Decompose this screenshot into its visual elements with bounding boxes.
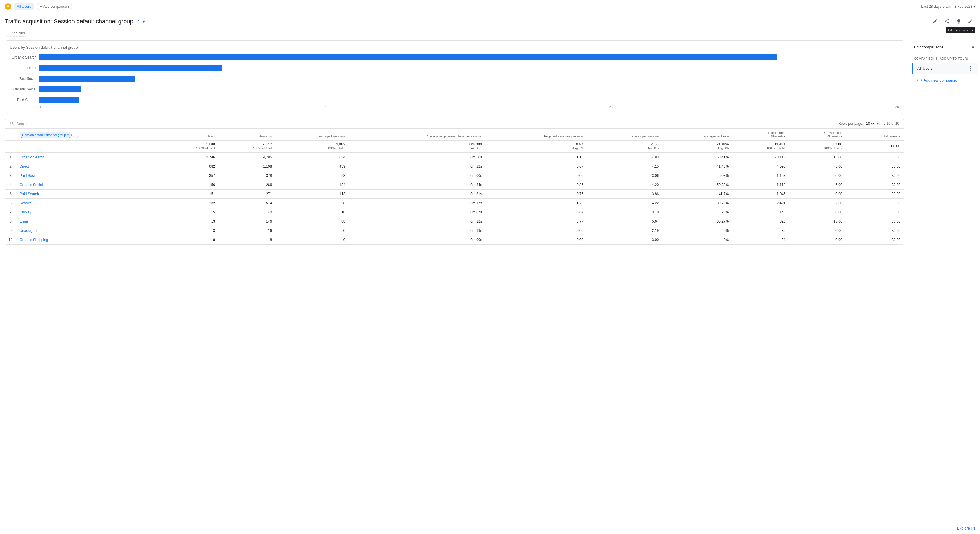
total-revenue: £0.00 <box>846 141 904 153</box>
sessions-col-header[interactable]: Sessions <box>219 129 275 141</box>
conversions-cell: 5.00 <box>789 162 846 171</box>
dimension-cell[interactable]: Display <box>16 208 162 217</box>
row-num-cell: 4 <box>5 180 16 189</box>
add-comparison-label: Add comparison <box>43 5 69 9</box>
dimension-cell[interactable]: Paid Social <box>16 171 162 180</box>
users-cell: 15 <box>162 208 219 217</box>
events-per-session-cell: 2.19 <box>587 226 662 235</box>
total-revenue-col-header[interactable]: Total revenue <box>846 129 904 141</box>
engaged-sessions-label: Engaged sessions <box>318 135 345 138</box>
dimension-filter-chip[interactable]: Session default channel group ▾ <box>19 132 72 138</box>
edit-comparisons-button[interactable]: Edit comparisons <box>966 17 975 26</box>
all-users-chip[interactable]: All Users <box>14 3 34 10</box>
verified-icon: ✓ <box>136 18 140 25</box>
conversions-col-header[interactable]: Conversions All events ▾ <box>789 129 846 141</box>
conversions-cell: 0.00 <box>789 189 846 199</box>
sessions-cell: 266 <box>219 180 275 189</box>
rows-per-page-select[interactable]: 10 25 50 <box>865 121 875 126</box>
plus-icon: + <box>40 5 42 9</box>
engaged-sessions-cell: 0 <box>275 226 349 235</box>
users-cell: 357 <box>162 171 219 180</box>
row-num-cell: 8 <box>5 217 16 226</box>
top-bar-left: A All Users + Add comparison <box>5 3 919 10</box>
sessions-cell: 16 <box>219 226 275 235</box>
add-comparison-chip[interactable]: + Add comparison <box>37 3 72 10</box>
search-input[interactable] <box>16 122 75 126</box>
sessions-cell: 1,108 <box>219 162 275 171</box>
total-revenue-cell: £0.00 <box>846 153 904 162</box>
engagement-rate-cell: 0% <box>662 235 732 245</box>
engaged-sessions-cell: 0 <box>275 235 349 245</box>
conversions-cell: 5.00 <box>789 180 846 189</box>
engaged-per-user-label: Engaged sessions per user <box>544 135 583 138</box>
events-per-session-cell: 3.86 <box>587 189 662 199</box>
engagement-rate-cell: 63.41% <box>662 153 732 162</box>
users-cell: 13 <box>162 217 219 226</box>
engaged-per-user-cell: 0.67 <box>486 208 587 217</box>
row-num-cell: 7 <box>5 208 16 217</box>
users-col-header[interactable]: ↓ Users <box>162 129 219 141</box>
data-table: Session default channel group ▾ + ↓ User… <box>5 129 904 245</box>
add-new-comparison-button[interactable]: + + Add new comparison <box>912 75 978 86</box>
users-cell: 151 <box>162 189 219 199</box>
dimension-cell[interactable]: Organic Search <box>16 153 162 162</box>
engaged-per-user-cell: 0.86 <box>486 180 587 189</box>
comparison-menu-button[interactable]: ⋮ <box>967 65 973 72</box>
events-per-session-col-header[interactable]: Events per session <box>587 129 662 141</box>
avg-engagement-cell: 0m 22s <box>349 162 485 171</box>
engaged-sessions-cell: 3,034 <box>275 153 349 162</box>
dimension-cell[interactable]: Organic Social <box>16 180 162 189</box>
chart-bar-row: Paid Social <box>10 75 899 83</box>
event-count-subheader[interactable]: All events ▾ <box>770 135 785 138</box>
engagement-rate-col-header[interactable]: Engagement rate <box>662 129 732 141</box>
engaged-sessions-col-header[interactable]: Engaged sessions <box>275 129 349 141</box>
conversions-cell: 15.00 <box>789 153 846 162</box>
axis-label: 1K <box>323 105 326 109</box>
bar-track <box>39 97 899 103</box>
row-num-cell: 2 <box>5 162 16 171</box>
events-per-session-label: Events per session <box>631 135 659 138</box>
axis-label: 3K <box>896 105 899 109</box>
table-row: 8Email13146880m 22s6.775.6460.27%82313.0… <box>5 217 904 226</box>
conversions-subheader[interactable]: All events ▾ <box>827 135 842 138</box>
add-column-button[interactable]: + <box>73 132 79 138</box>
dimension-cell[interactable]: Referral <box>16 199 162 208</box>
conversions-label: Conversions <box>824 131 842 135</box>
table-section: Rows per page: 10 25 50 ▾ 1-10 of 10 <box>5 119 904 245</box>
explore-icon <box>971 526 975 531</box>
event-count-cell: 823 <box>732 217 789 226</box>
avg-engagement-col-header[interactable]: Average engagement time per session <box>349 129 485 141</box>
avg-engagement-cell: 0m 34s <box>349 180 485 189</box>
header-actions: Edit comparisons <box>930 17 975 26</box>
event-count-col-header[interactable]: Event count All events ▾ <box>732 129 789 141</box>
edit-report-button[interactable] <box>930 17 940 26</box>
event-count-label: Event count <box>768 131 785 135</box>
dimension-cell[interactable]: Organic Shopping <box>16 235 162 245</box>
page-info: 1-10 of 10 <box>883 122 899 126</box>
event-count-cell: 1,046 <box>732 189 789 199</box>
event-count-cell: 148 <box>732 208 789 217</box>
insights-button[interactable] <box>954 17 963 26</box>
avg-engagement-cell: 0m 31s <box>349 189 485 199</box>
engagement-rate-cell: 60.27% <box>662 217 732 226</box>
comparison-item: All Users ⋮ <box>912 63 978 74</box>
engaged-per-user-col-header[interactable]: Engaged sessions per user <box>486 129 587 141</box>
dimension-cell[interactable]: Unassigned <box>16 226 162 235</box>
title-dropdown-icon[interactable]: ▾ <box>143 19 145 24</box>
row-num-cell: 10 <box>5 235 16 245</box>
date-range[interactable]: Last 28 days 6 Jan - 2 Feb 2023 ▾ <box>921 5 975 9</box>
add-filter-button[interactable]: + Add filter <box>5 30 29 37</box>
explore-button[interactable]: Explore <box>957 526 975 531</box>
users-cell: 156 <box>162 180 219 189</box>
close-panel-button[interactable]: ✕ <box>971 44 975 50</box>
total-revenue-cell: £0.00 <box>846 235 904 245</box>
share-button[interactable] <box>942 17 951 26</box>
engagement-rate-cell: 6.08% <box>662 171 732 180</box>
engaged-per-user-cell: 0.06 <box>486 171 587 180</box>
dimension-cell[interactable]: Direct <box>16 162 162 171</box>
dimension-cell[interactable]: Email <box>16 217 162 226</box>
users-cell: 8 <box>162 235 219 245</box>
bar-fill <box>39 76 135 82</box>
dimension-cell[interactable]: Paid Search <box>16 189 162 199</box>
events-per-session-cell: 3.70 <box>587 208 662 217</box>
